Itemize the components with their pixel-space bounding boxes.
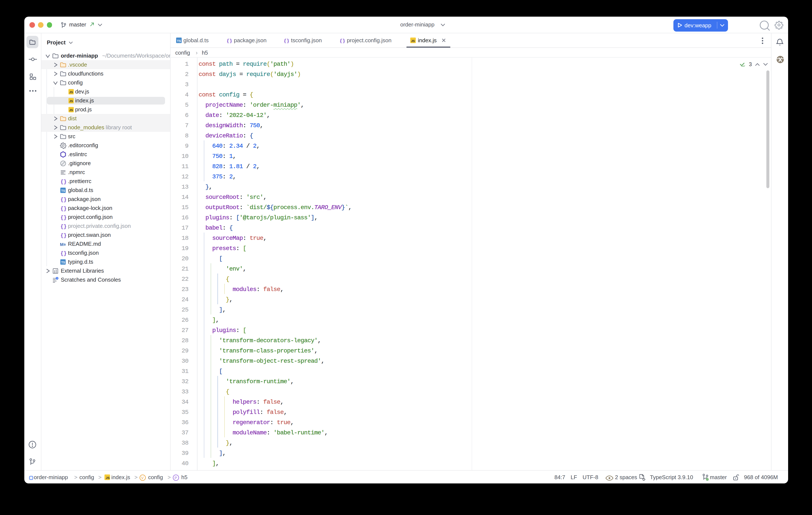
svg-text:TS: TS [61, 261, 65, 264]
svg-text:P: P [175, 476, 177, 480]
svg-text:JS: JS [411, 39, 415, 43]
svg-text:JS: JS [106, 477, 110, 480]
svg-text:{}: {} [60, 206, 66, 212]
svg-text:{}: {} [284, 38, 289, 43]
svg-text:{}: {} [60, 215, 66, 221]
svg-text:{}: {} [60, 179, 66, 185]
svg-text:{}: {} [60, 197, 66, 203]
svg-text:{}: {} [60, 251, 66, 256]
svg-text:{}: {} [340, 38, 345, 43]
svg-text:TS: TS [61, 189, 65, 192]
svg-text:JS: JS [69, 100, 73, 103]
svg-text:{}: {} [227, 38, 232, 43]
svg-text:{}: {} [60, 233, 66, 239]
svg-text:TS: TS [177, 39, 181, 43]
svg-text:JS: JS [69, 108, 73, 112]
svg-text:M: M [60, 242, 64, 247]
svg-text:V: V [141, 476, 144, 480]
svg-text:{}: {} [60, 224, 66, 229]
svg-text:JS: JS [69, 90, 73, 94]
